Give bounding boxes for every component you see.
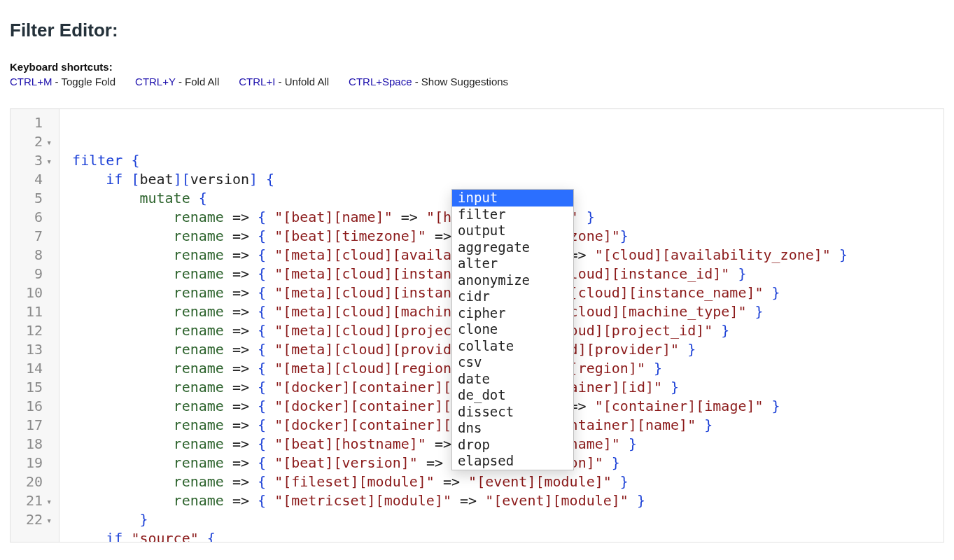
code-token xyxy=(199,530,207,542)
code-token: "[beat][name]" xyxy=(274,209,393,225)
code-token: } xyxy=(637,492,645,509)
autocomplete-item[interactable]: clone xyxy=(452,321,573,338)
autocomplete-item[interactable]: input xyxy=(452,190,573,206)
code-token xyxy=(249,398,258,414)
code-token: "[beat][version]" xyxy=(274,454,418,471)
code-token xyxy=(418,454,426,471)
code-token: => xyxy=(435,435,451,452)
code-token: } xyxy=(738,265,746,282)
code-token xyxy=(122,171,131,188)
code-token: { xyxy=(258,341,266,358)
code-token xyxy=(224,473,232,490)
code-token: => xyxy=(232,454,249,471)
code-token xyxy=(72,454,174,471)
code-token: rename xyxy=(174,265,224,282)
code-token: => xyxy=(232,209,249,225)
code-token xyxy=(122,530,131,542)
code-token: } xyxy=(772,284,780,301)
code-token xyxy=(72,379,174,396)
code-token xyxy=(443,454,451,471)
code-token xyxy=(224,435,232,452)
shortcuts-row: CTRL+M - Toggle FoldCTRL+Y - Fold AllCTR… xyxy=(10,76,944,88)
autocomplete-item[interactable]: elapsed xyxy=(452,453,573,470)
fold-spacer xyxy=(45,435,52,454)
fold-toggle-icon[interactable]: ▾ xyxy=(45,133,52,152)
editor-code-area[interactable]: filter { if [beat][version] { mutate { r… xyxy=(59,109,944,542)
shortcut-item: CTRL+Space - Show Suggestions xyxy=(349,76,508,88)
autocomplete-item[interactable]: collate xyxy=(452,338,573,355)
code-token xyxy=(72,416,174,433)
code-token: => xyxy=(232,265,249,282)
code-token xyxy=(266,303,274,320)
gutter-line-number: 22▾ xyxy=(26,510,52,529)
code-token: { xyxy=(199,190,207,206)
code-token xyxy=(72,530,106,542)
code-token xyxy=(764,284,772,301)
fold-toggle-icon[interactable]: ▾ xyxy=(45,152,52,171)
code-token: { xyxy=(258,227,266,244)
code-token: => xyxy=(232,227,249,244)
autocomplete-item[interactable]: dissect xyxy=(452,404,573,421)
autocomplete-item[interactable]: dns xyxy=(452,420,573,437)
code-token xyxy=(224,227,232,244)
shortcut-key: CTRL+I xyxy=(239,76,275,88)
shortcut-item: CTRL+Y - Fold All xyxy=(135,76,219,88)
code-line[interactable]: rename => { "[metricset][module]" => "[e… xyxy=(72,491,944,510)
autocomplete-item[interactable]: aggregate xyxy=(452,239,573,256)
shortcut-desc: - Unfold All xyxy=(275,76,329,88)
code-line[interactable]: if "source" { xyxy=(72,529,944,542)
autocomplete-item[interactable]: drop xyxy=(452,437,573,454)
code-token xyxy=(72,209,174,225)
autocomplete-item[interactable]: filter xyxy=(452,206,573,223)
code-token xyxy=(587,398,595,414)
code-token xyxy=(249,454,258,471)
code-token xyxy=(266,435,274,452)
fold-spacer xyxy=(45,341,52,360)
autocomplete-item[interactable]: cidr xyxy=(452,288,573,305)
editor-gutter: 1 2▾3▾4 5 6 7 8 9 10 11 12 13 14 15 16 1… xyxy=(10,109,59,542)
code-token xyxy=(603,454,612,471)
code-token xyxy=(620,435,629,452)
code-token: } xyxy=(687,341,696,358)
code-token xyxy=(190,190,199,206)
autocomplete-item[interactable]: date xyxy=(452,371,573,388)
code-token: => xyxy=(232,379,249,396)
code-token: => xyxy=(426,454,443,471)
code-token xyxy=(249,492,258,509)
code-token: { xyxy=(258,209,266,225)
code-token: => xyxy=(232,303,249,320)
autocomplete-item[interactable]: de_dot xyxy=(452,387,573,404)
autocomplete-item[interactable]: csv xyxy=(452,354,573,371)
fold-spacer xyxy=(45,284,52,303)
fold-toggle-icon[interactable]: ▾ xyxy=(45,511,52,530)
autocomplete-item[interactable]: output xyxy=(452,223,573,239)
code-token xyxy=(831,246,839,263)
gutter-line-number: 12 xyxy=(26,321,52,340)
autocomplete-item[interactable]: cipher xyxy=(452,305,573,322)
code-token xyxy=(224,265,232,282)
autocomplete-popup[interactable]: inputfilteroutputaggregatealteranonymize… xyxy=(451,189,574,470)
code-line[interactable]: rename => { "[fileset][module]" => "[eve… xyxy=(72,472,944,491)
code-token: { xyxy=(258,284,266,301)
code-token xyxy=(629,492,637,509)
code-line[interactable]: } xyxy=(72,510,944,529)
code-token xyxy=(72,190,139,206)
autocomplete-item[interactable]: anonymize xyxy=(452,272,573,289)
code-line[interactable]: filter { xyxy=(72,151,944,170)
code-token: } xyxy=(671,379,679,396)
fold-toggle-icon[interactable]: ▾ xyxy=(45,492,52,511)
code-token: { xyxy=(258,246,266,263)
autocomplete-item[interactable]: alter xyxy=(452,255,573,272)
code-line[interactable]: if [beat][version] { xyxy=(72,170,944,189)
shortcut-key: CTRL+Y xyxy=(135,76,176,88)
code-token xyxy=(713,322,721,339)
code-token: } xyxy=(839,246,848,263)
code-token xyxy=(249,360,258,377)
code-editor[interactable]: 1 2▾3▾4 5 6 7 8 9 10 11 12 13 14 15 16 1… xyxy=(10,108,944,542)
code-token: ][ xyxy=(174,171,190,188)
code-token: } xyxy=(139,511,148,528)
code-token: rename xyxy=(174,360,224,377)
gutter-line-number: 17 xyxy=(26,416,52,435)
code-token xyxy=(249,246,258,263)
code-token xyxy=(72,492,174,509)
